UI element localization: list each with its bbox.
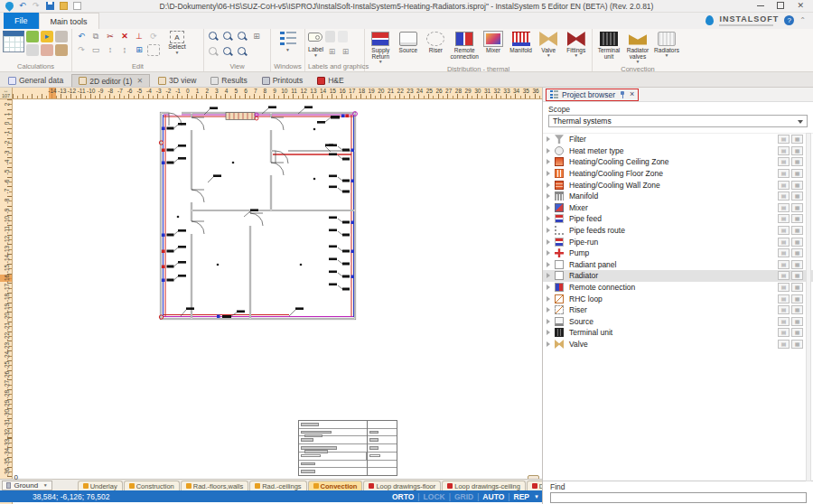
table-view-button[interactable]: ▦ xyxy=(791,181,803,190)
element-type-pump[interactable]: Pump ▤ ▦ xyxy=(543,247,813,259)
expand-arrow-icon[interactable] xyxy=(547,273,550,278)
results-drawing-icon[interactable] xyxy=(26,31,39,42)
label-tag-icon[interactable] xyxy=(308,33,322,42)
table-view-button[interactable]: ▦ xyxy=(791,317,803,326)
table-view-button[interactable]: ▦ xyxy=(791,191,803,201)
pin-icon[interactable] xyxy=(619,91,626,98)
expand-arrow-icon[interactable] xyxy=(547,262,550,267)
expand-arrow-icon[interactable] xyxy=(547,296,550,302)
expand-arrow-icon[interactable] xyxy=(547,250,550,256)
edit-data-button[interactable]: ▤ xyxy=(778,181,790,190)
tab-file[interactable]: File xyxy=(4,13,39,29)
data-check-icon[interactable] xyxy=(41,44,53,56)
radiator-symbol[interactable] xyxy=(329,217,354,225)
materials-icon[interactable] xyxy=(55,31,68,42)
layer-tab-loop-drawings-floor[interactable]: Loop drawings-floor xyxy=(363,481,441,491)
zoom-window-icon[interactable] xyxy=(222,46,233,57)
close-button[interactable]: ✕ xyxy=(797,0,804,12)
element-type-heat-meter-type[interactable]: Heat meter type ▤ ▦ xyxy=(543,145,813,157)
copy-icon[interactable]: ▭ xyxy=(89,44,102,56)
element-type-pipe-feeds-route[interactable]: Pipe feeds route ▤ ▦ xyxy=(543,225,813,237)
edit-data-button[interactable]: ▤ xyxy=(778,135,790,144)
element-type-pipe-run[interactable]: Pipe-run ▤ ▦ xyxy=(543,236,813,247)
element-type-manifold[interactable]: Manifold ▤ ▦ xyxy=(543,191,813,202)
edit-data-button[interactable]: ▤ xyxy=(778,203,790,212)
redo-ribbon-icon[interactable]: ↷ xyxy=(75,44,88,56)
table-view-button[interactable]: ▦ xyxy=(791,146,803,155)
close-tab-icon[interactable]: ✕ xyxy=(136,77,143,85)
radiator-symbol[interactable] xyxy=(329,229,350,237)
radiator-valves-button[interactable]: Radiator valves ▼ xyxy=(624,31,651,65)
radiator-symbol[interactable] xyxy=(329,271,354,279)
status-options-arrow[interactable]: ▼ xyxy=(534,494,539,499)
insert-tee-icon[interactable]: ⊥ xyxy=(133,31,145,42)
supply-return-button[interactable]: Supply Return ▼ xyxy=(368,31,394,65)
table-view-button[interactable]: ▦ xyxy=(791,157,803,166)
tab-printouts[interactable]: Printouts xyxy=(256,74,310,87)
cut-icon[interactable]: ✂ xyxy=(104,31,117,42)
mirror-icon[interactable]: ↨ xyxy=(118,44,131,56)
mixer-button[interactable]: Mixer xyxy=(481,31,507,65)
label-button[interactable]: Label▼ xyxy=(308,46,323,58)
edit-data-button[interactable]: ▤ xyxy=(778,260,790,269)
select-button[interactable]: A Select ▼ xyxy=(162,31,192,57)
toggle-lock[interactable]: LOCK xyxy=(424,492,445,501)
tab-general-data[interactable]: General data xyxy=(2,74,70,87)
expand-arrow-icon[interactable] xyxy=(547,159,550,164)
floor-selector[interactable]: 0 Ground floor ▼ xyxy=(2,481,52,490)
radiators-button[interactable]: Radiators ▼ xyxy=(653,31,680,65)
table-view-button[interactable]: ▦ xyxy=(791,238,803,247)
table-small-icon[interactable]: ⊞ xyxy=(327,46,337,58)
expand-arrow-icon[interactable] xyxy=(547,330,550,335)
layer-tab-construction[interactable]: Construction xyxy=(124,481,180,491)
table-view-button[interactable]: ▦ xyxy=(791,203,803,212)
help-icon[interactable]: ? xyxy=(784,15,794,25)
tab-results[interactable]: Results xyxy=(204,74,253,87)
panel-close-icon[interactable]: × xyxy=(630,90,634,98)
toggle-orto[interactable]: ORTO xyxy=(392,492,414,501)
expand-arrow-icon[interactable] xyxy=(547,341,550,347)
edit-data-button[interactable]: ▤ xyxy=(778,328,790,337)
table-view-button[interactable]: ▦ xyxy=(791,328,803,337)
drawing-canvas[interactable] xyxy=(13,99,542,479)
element-type-riser[interactable]: Riser ▤ ▦ xyxy=(543,304,813,316)
expand-arrow-icon[interactable] xyxy=(547,239,550,245)
quick-calc-icon[interactable]: ▸ xyxy=(41,31,53,42)
edit-data-button[interactable]: ▤ xyxy=(778,214,790,223)
tab-2d-editor-1-[interactable]: 2D editor (1) ✕ xyxy=(71,74,150,87)
riser-button[interactable]: Riser xyxy=(423,31,449,65)
floor-plan[interactable] xyxy=(154,99,370,325)
layer-tab-rad-floors-walls[interactable]: Rad.-floors,walls xyxy=(181,481,248,491)
element-type-source[interactable]: Source ▤ ▦ xyxy=(543,316,813,328)
table-view-button[interactable]: ▦ xyxy=(791,226,803,235)
expand-arrow-icon[interactable] xyxy=(547,136,550,142)
valve-button[interactable]: Valve ▼ xyxy=(536,31,562,65)
element-type-pipe-feed[interactable]: Pipe feed ▤ ▦ xyxy=(543,213,813,225)
layer-tab-convection[interactable]: Convection xyxy=(308,481,363,491)
calculate-icon[interactable] xyxy=(3,31,24,52)
table-view-button[interactable]: ▦ xyxy=(791,260,803,269)
table-view-button[interactable]: ▦ xyxy=(791,294,803,303)
layer-tab-underlay[interactable]: Underlay xyxy=(78,481,123,491)
view-grid-icon[interactable]: ⊞ xyxy=(250,31,263,42)
edit-data-button[interactable]: ▤ xyxy=(778,317,790,326)
panel-scrollbar[interactable] xyxy=(806,133,811,481)
element-type-heating-cooling-ceiling-zone[interactable]: Heating/Cooling Ceiling Zone ▤ ▦ xyxy=(543,156,813,168)
zoom-previous-icon[interactable] xyxy=(208,46,219,57)
radiator-symbol[interactable] xyxy=(317,115,349,124)
expand-arrow-icon[interactable] xyxy=(547,216,550,221)
expand-arrow-icon[interactable] xyxy=(547,182,550,188)
find-input[interactable] xyxy=(550,492,807,503)
edit-data-button[interactable]: ▤ xyxy=(778,305,790,314)
scope-dropdown[interactable]: Thermal systems xyxy=(548,115,808,127)
expand-arrow-icon[interactable] xyxy=(547,205,550,210)
element-type-mixer[interactable]: Mixer ▤ ▦ xyxy=(543,202,813,214)
diagnostics-icon[interactable] xyxy=(26,44,39,56)
radiator-symbol[interactable] xyxy=(329,175,354,183)
tab-h-e[interactable]: H&E xyxy=(311,74,350,87)
terminal-unit-button[interactable]: Terminal unit xyxy=(595,31,622,65)
radiator-symbol[interactable] xyxy=(329,258,350,266)
paste-icon[interactable]: ⧉ xyxy=(89,31,102,42)
windows-list-icon[interactable] xyxy=(280,31,296,45)
zoom-all-icon[interactable] xyxy=(237,31,248,42)
